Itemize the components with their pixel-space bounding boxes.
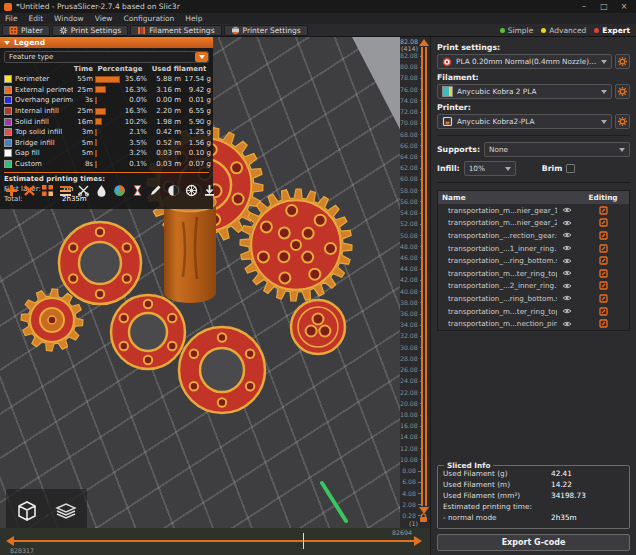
table-row[interactable]: transportation_...rection_gear.stl — [438, 229, 629, 242]
menu-help[interactable]: Help — [185, 14, 202, 23]
editing-icon[interactable] — [577, 307, 629, 316]
table-row[interactable]: transportation_...1_inner_ring.stl — [438, 242, 629, 255]
slider-left-arrow-icon[interactable] — [6, 536, 14, 546]
view-cube-button[interactable] — [9, 492, 45, 528]
model-2-inner-ring[interactable] — [291, 300, 345, 354]
view-type-select[interactable]: Feature type — [4, 51, 209, 63]
table-row[interactable]: transportation_m...nier_gear_1.stl — [438, 204, 629, 217]
chevron-down-icon — [601, 60, 607, 64]
eye-icon[interactable] — [557, 206, 577, 214]
delete-icon[interactable] — [22, 183, 36, 197]
table-row[interactable]: transportation_m...ter_ring_top.stl — [438, 305, 629, 318]
editing-icon[interactable] — [577, 269, 629, 278]
printer-select[interactable]: Anycubic Kobra2-PLA — [437, 114, 612, 129]
layers-view-button[interactable] — [48, 492, 84, 528]
table-row[interactable]: transportation_m...nier_gear_2.stl — [438, 217, 629, 230]
menu-file[interactable]: File — [5, 14, 18, 23]
eye-icon[interactable] — [557, 269, 577, 277]
paint-icon[interactable] — [94, 183, 108, 197]
feature-name: Bridge infill — [15, 139, 73, 147]
tab-print-settings[interactable]: Print Settings — [52, 25, 128, 36]
print-settings-select[interactable]: PLA 0.20mm Normal(0.4mm Nozzle) (modifie… — [437, 54, 612, 69]
layer-slider-rail[interactable] — [421, 47, 427, 506]
tab-printer-settings[interactable]: Printer Settings — [224, 25, 308, 36]
eye-icon[interactable] — [557, 294, 577, 302]
move-slider-handle[interactable] — [303, 533, 304, 549]
minimize-button[interactable]: – — [576, 2, 592, 11]
export-gcode-button[interactable]: Export G-code — [437, 534, 630, 551]
sliced-info-row: Estimated printing time: — [443, 502, 624, 513]
model-1-inner-ring[interactable] — [59, 222, 141, 304]
supports-select[interactable]: None — [484, 142, 630, 157]
editing-icon[interactable] — [577, 281, 629, 290]
hourglass-icon[interactable] — [130, 183, 144, 197]
move-slider-track[interactable] — [14, 540, 414, 542]
filament-select[interactable]: Anycubic Kobra 2 PLA — [437, 84, 612, 99]
layers-icon[interactable] — [58, 183, 72, 197]
editing-icon[interactable] — [577, 256, 629, 265]
printer-gear-button[interactable] — [615, 114, 630, 129]
print-settings-gear-button[interactable] — [615, 54, 630, 69]
editing-icon[interactable] — [577, 206, 629, 215]
editing-icon[interactable] — [577, 294, 629, 303]
model-ring-top[interactable] — [179, 327, 265, 413]
close-button[interactable]: × — [616, 2, 632, 11]
eye-icon[interactable] — [557, 231, 577, 239]
eye-icon[interactable] — [557, 244, 577, 252]
filament-gear-button[interactable] — [615, 84, 630, 99]
brim-checkbox[interactable] — [566, 164, 575, 173]
eye-icon[interactable] — [557, 257, 577, 265]
menu-bar: FileEditWindowViewConfigurationHelp — [0, 13, 636, 24]
table-row[interactable]: transportation_...ring_bottom.stl — [438, 292, 629, 305]
mode-expert[interactable]: Expert — [594, 26, 630, 35]
mode-advanced[interactable]: Advanced — [541, 26, 586, 35]
contrast-icon[interactable] — [166, 183, 180, 197]
model-ring-bottom-1[interactable] — [111, 295, 185, 369]
editing-icon[interactable] — [577, 218, 629, 227]
move-slider[interactable]: 828317 82694 — [0, 528, 430, 555]
model-direction-gear[interactable] — [21, 289, 83, 351]
eye-icon[interactable] — [557, 320, 577, 328]
mode-dot-icon — [541, 28, 546, 33]
table-row[interactable]: transportation_m...nection_pin.stl — [438, 317, 629, 330]
tab-plater[interactable]: Plater — [2, 25, 50, 36]
layer-slider-top-handle[interactable] — [419, 39, 429, 46]
menu-edit[interactable]: Edit — [29, 14, 44, 23]
model-carrier-gear-2[interactable] — [240, 189, 352, 301]
wheel-icon[interactable] — [184, 183, 198, 197]
infill-select[interactable]: 10% — [464, 161, 516, 176]
table-row[interactable]: transportation_...2_inner_ring.stl — [438, 280, 629, 293]
menu-configuration[interactable]: Configuration — [123, 14, 174, 23]
layer-tick: 48.08 — [400, 244, 422, 250]
slider-right-arrow-icon[interactable] — [414, 536, 422, 546]
layer-tick: 34.08 — [400, 322, 422, 328]
layer-tick: 42.08 — [400, 277, 422, 283]
eye-icon[interactable] — [557, 282, 577, 290]
eye-icon[interactable] — [557, 307, 577, 315]
filament-label: Filament: — [437, 73, 630, 82]
layer-slider[interactable]: 82.08 (414) 82.0880.0878.0876.0874.0872.… — [400, 37, 430, 528]
pencil-icon[interactable] — [148, 183, 162, 197]
3d-viewport[interactable]: Legend Feature type Time Percentage Used… — [0, 37, 430, 555]
sphere-icon[interactable] — [112, 183, 126, 197]
table-row[interactable]: transportation_m...ter_ring_top.stl — [438, 267, 629, 280]
download-icon[interactable] — [202, 183, 216, 197]
tab-filament-settings[interactable]: Filament Settings — [130, 25, 221, 36]
mode-simple[interactable]: Simple — [500, 26, 534, 35]
layer-tick: 66.08 — [400, 143, 422, 149]
legend-header[interactable]: Legend — [0, 37, 213, 48]
arrange-icon[interactable] — [40, 183, 54, 197]
menu-window[interactable]: Window — [54, 14, 84, 23]
editing-icon[interactable] — [577, 231, 629, 240]
maximize-button[interactable]: □ — [596, 2, 612, 11]
table-row[interactable]: transportation_...ring_bottom.stl — [438, 254, 629, 267]
feature-color-swatch — [4, 139, 12, 147]
dropdown-button[interactable] — [195, 52, 208, 62]
lock-icon[interactable] — [419, 508, 428, 527]
menu-view[interactable]: View — [95, 14, 113, 23]
eye-icon[interactable] — [557, 219, 577, 227]
cut-icon[interactable] — [76, 183, 90, 197]
editing-icon[interactable] — [577, 244, 629, 253]
editing-icon[interactable] — [577, 319, 629, 328]
add-icon[interactable] — [4, 183, 18, 197]
